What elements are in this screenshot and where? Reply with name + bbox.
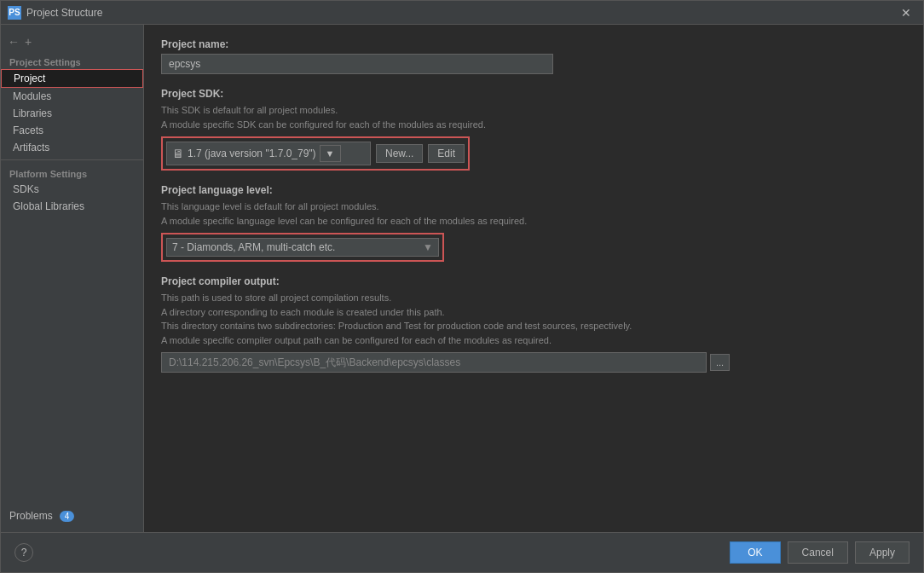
lang-dropdown-arrow: ▼ bbox=[423, 241, 433, 253]
sdk-icon: 🖥 bbox=[172, 147, 184, 160]
forward-icon[interactable]: + bbox=[25, 35, 32, 49]
compiler-description: This path is used to store all project c… bbox=[161, 291, 906, 347]
compiler-output-group: Project compiler output: This path is us… bbox=[161, 275, 906, 373]
project-language-label: Project language level: bbox=[161, 184, 906, 196]
project-sdk-label: Project SDK: bbox=[161, 88, 906, 100]
project-sdk-group: Project SDK: This SDK is default for all… bbox=[161, 88, 906, 171]
sidebar-item-facets[interactable]: Facets bbox=[1, 122, 143, 139]
language-select-display[interactable]: 7 - Diamonds, ARM, multi-catch etc. ▼ bbox=[166, 238, 439, 257]
sdk-select-display: 🖥 1.7 (java version "1.7.0_79") ▼ bbox=[166, 142, 371, 165]
project-name-input[interactable] bbox=[161, 54, 553, 74]
sidebar-item-libraries[interactable]: Libraries bbox=[1, 105, 143, 122]
compiler-output-row: ... bbox=[161, 352, 906, 373]
main-content: Project name: Project SDK: This SDK is d… bbox=[144, 25, 923, 532]
problems-label: Problems bbox=[9, 510, 53, 522]
apply-button[interactable]: Apply bbox=[855, 541, 910, 564]
sidebar-item-global-libraries[interactable]: Global Libraries bbox=[1, 198, 143, 215]
lang-description: This language level is default for all p… bbox=[161, 200, 906, 228]
project-name-group: Project name: bbox=[161, 38, 906, 74]
sdk-new-button[interactable]: New... bbox=[376, 144, 423, 163]
app-icon: PS bbox=[8, 6, 21, 20]
dialog-body: ← + Project Settings Project Modules Lib… bbox=[1, 25, 923, 532]
title-text: Project Structure bbox=[26, 7, 896, 19]
lang-value-text: 7 - Diamonds, ARM, multi-catch etc. bbox=[172, 241, 335, 253]
problems-badge: 4 bbox=[60, 511, 75, 522]
sidebar-item-project[interactable]: Project bbox=[1, 69, 143, 88]
title-bar: PS Project Structure ✕ bbox=[1, 1, 923, 25]
ok-button[interactable]: OK bbox=[730, 541, 780, 564]
cancel-button[interactable]: Cancel bbox=[788, 541, 848, 564]
sidebar-item-sdks[interactable]: SDKs bbox=[1, 181, 143, 198]
platform-settings-header: Platform Settings bbox=[1, 164, 143, 181]
project-name-label: Project name: bbox=[161, 38, 906, 50]
sdk-value-text: 1.7 (java version "1.7.0_79") bbox=[188, 148, 316, 159]
dialog-footer: ? OK Cancel Apply bbox=[1, 532, 923, 572]
sidebar: ← + Project Settings Project Modules Lib… bbox=[1, 25, 144, 532]
language-level-row: 7 - Diamonds, ARM, multi-catch etc. ▼ bbox=[161, 233, 444, 262]
sidebar-item-artifacts[interactable]: Artifacts bbox=[1, 139, 143, 156]
back-icon[interactable]: ← bbox=[8, 35, 20, 49]
compiler-path-input[interactable] bbox=[161, 352, 707, 373]
sdk-edit-button[interactable]: Edit bbox=[428, 144, 465, 163]
project-language-group: Project language level: This language le… bbox=[161, 184, 906, 262]
compiler-output-label: Project compiler output: bbox=[161, 275, 906, 287]
problems-section[interactable]: Problems 4 bbox=[1, 506, 143, 525]
project-structure-dialog: PS Project Structure ✕ ← + Project Setti… bbox=[0, 0, 924, 573]
browse-button[interactable]: ... bbox=[710, 354, 730, 371]
project-settings-header: Project Settings bbox=[1, 52, 143, 69]
footer-left: ? bbox=[14, 543, 33, 562]
sdk-description: This SDK is default for all project modu… bbox=[161, 103, 906, 131]
sidebar-toolbar: ← + bbox=[1, 32, 143, 52]
help-button[interactable]: ? bbox=[14, 543, 33, 562]
sdk-row: 🖥 1.7 (java version "1.7.0_79") ▼ New...… bbox=[161, 136, 470, 171]
sidebar-divider bbox=[1, 159, 143, 160]
sdk-dropdown-button[interactable]: ▼ bbox=[320, 145, 341, 162]
footer-right: OK Cancel Apply bbox=[730, 541, 910, 564]
sidebar-item-modules[interactable]: Modules bbox=[1, 88, 143, 105]
close-button[interactable]: ✕ bbox=[896, 4, 916, 21]
